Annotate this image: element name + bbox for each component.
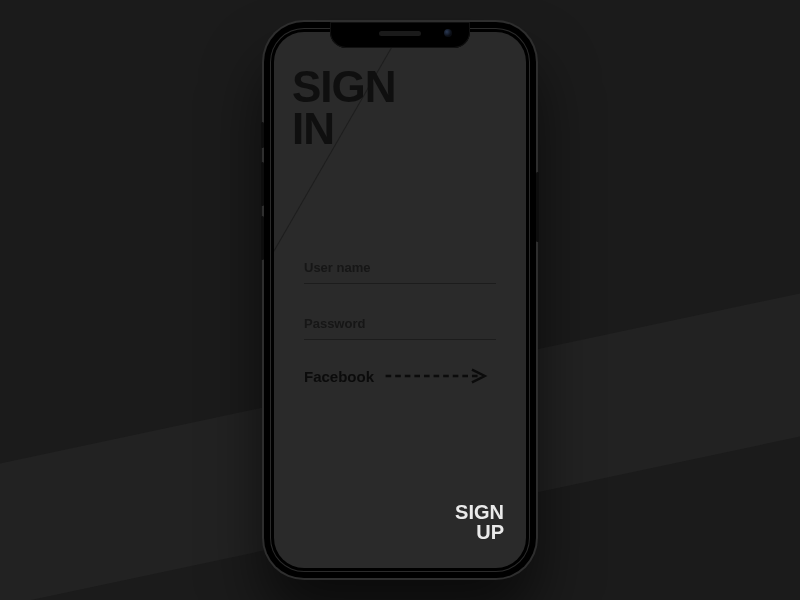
arrow-right-icon xyxy=(384,366,496,386)
phone-power-button xyxy=(536,172,539,242)
phone-notch xyxy=(330,22,470,48)
phone-speaker xyxy=(379,31,421,36)
phone-front-camera xyxy=(444,29,452,37)
signup-line2: UP xyxy=(455,522,504,542)
phone-mute-switch xyxy=(261,122,264,148)
facebook-label: Facebook xyxy=(304,368,374,385)
signup-line1: SIGN xyxy=(455,502,504,522)
phone-volume-down xyxy=(261,216,264,260)
password-input[interactable] xyxy=(304,310,496,340)
phone-screen: SIGN IN Facebook SIGN UP xyxy=(274,32,526,568)
page-title-line2: IN xyxy=(292,108,396,150)
facebook-login-button[interactable]: Facebook xyxy=(304,366,496,386)
signup-button[interactable]: SIGN UP xyxy=(455,502,504,542)
signin-form: Facebook xyxy=(304,254,496,386)
page-title: SIGN IN xyxy=(292,66,396,150)
phone-mockup: SIGN IN Facebook SIGN UP xyxy=(264,22,536,578)
page-title-line1: SIGN xyxy=(292,66,396,108)
phone-volume-up xyxy=(261,162,264,206)
username-input[interactable] xyxy=(304,254,496,284)
